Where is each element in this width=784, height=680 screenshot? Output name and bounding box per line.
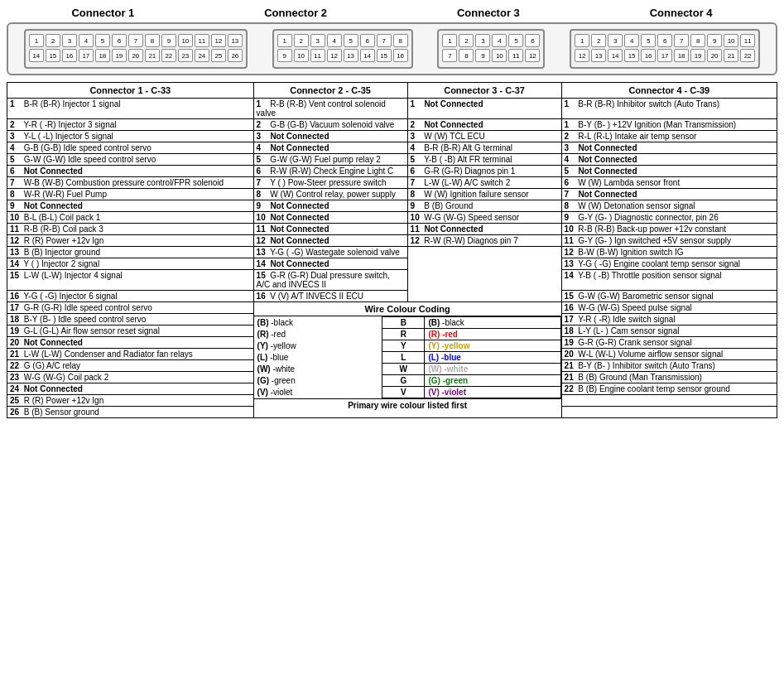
table-row: 10 B-L (B-L) Coil pack 110 Not Connected… bbox=[7, 212, 777, 224]
wc-letter: Y bbox=[382, 340, 425, 352]
c4-cell: 4 Not Connected bbox=[561, 154, 777, 166]
c3-header-label: Connector 3 bbox=[457, 7, 520, 19]
c4-cell: 19 G-R (G-R) Crank sensor signal bbox=[561, 337, 777, 349]
table-row: 9 Not Connected9 Not Connected9 B (B) Gr… bbox=[7, 200, 777, 212]
wc-letter: B bbox=[382, 317, 425, 329]
pin-cell: 10 bbox=[724, 34, 738, 47]
wc-code-right: (W) -white bbox=[425, 364, 560, 375]
table-row: 14 Y ( ) Injector 2 signal14 Not Connect… bbox=[7, 258, 777, 270]
c1-cell: 2 Y-R ( -R) Injector 3 signal bbox=[7, 119, 254, 131]
c1-cell: 1 B-R (B-R) Injector 1 signal bbox=[7, 99, 254, 119]
pin-cell: 8 bbox=[393, 34, 408, 47]
c1-cell: 15 L-W (L-W) Injector 4 signal bbox=[7, 270, 254, 291]
table-row: 5 G-W (G-W) Idle speed control servo5 G-… bbox=[7, 154, 777, 166]
pin-cell: 9 bbox=[707, 34, 722, 47]
connector-diagram: 12345678910111213 1415161718192021222324… bbox=[7, 22, 777, 75]
page: Connector 1 Connector 2 Connector 3 Conn… bbox=[0, 0, 784, 425]
wc-code-left: (W) -white bbox=[254, 364, 382, 375]
wc-code-left: (B) -black bbox=[254, 317, 382, 329]
pin-cell: 21 bbox=[145, 49, 160, 62]
c4-cell: 10 R-B (R-B) Back-up power +12v constant bbox=[561, 224, 777, 235]
c3-cell: 4 B-R (B-R) Alt G terminal bbox=[407, 142, 561, 154]
c1-cell: 3 Y-L ( -L) Injector 5 signal bbox=[7, 131, 254, 142]
wc-code-left: (Y) -yellow bbox=[254, 340, 382, 352]
c3-cell: 3 W (W) TCL ECU bbox=[407, 131, 561, 142]
c2-cell: 8 W (W) Control relay, power supply bbox=[253, 189, 407, 200]
c4-cell: 1 B-R (B-R) Inhibitor switch (Auto Trans… bbox=[561, 99, 777, 119]
c4-cell: 22 B (B) Engine coolant temp sensor grou… bbox=[561, 383, 777, 395]
wc-code-left: (R) -red bbox=[254, 329, 382, 340]
pin-cell: 17 bbox=[657, 49, 672, 62]
pin-cell: 15 bbox=[377, 49, 392, 62]
c4-cell: 14 Y-B ( -B) Throttle position sensor si… bbox=[561, 270, 777, 291]
pin-cell: 10 bbox=[294, 49, 309, 62]
c3-cell: 1 Not Connected bbox=[407, 99, 561, 119]
pin-cell: 13 bbox=[344, 49, 358, 62]
c2-cell: 12 Not Connected bbox=[253, 235, 407, 247]
pin-cell: 8 bbox=[690, 34, 705, 47]
pin-cell: 5 bbox=[344, 34, 358, 47]
pin-cell: 7 bbox=[128, 34, 143, 47]
c1-cell: 10 B-L (B-L) Coil pack 1 bbox=[7, 212, 254, 224]
pin-cell: 12 bbox=[211, 34, 226, 47]
c4-cell: 11 G-Y (G- ) Ign switched +5V sensor sup… bbox=[561, 235, 777, 247]
pin-cell: 11 bbox=[310, 49, 325, 62]
pin-cell: 15 bbox=[46, 49, 60, 62]
c2-cell: 14 Not Connected bbox=[253, 258, 407, 270]
pin-cell: 4 bbox=[79, 34, 94, 47]
connector-4-row1: 1234567891011 bbox=[575, 34, 755, 47]
c2-cell: 6 R-W (R-W) Check Engine Light C bbox=[253, 166, 407, 177]
pin-cell: 12 bbox=[525, 49, 540, 62]
connector-4-row2: 1213141516171819202122 bbox=[575, 49, 755, 62]
wc-letter: W bbox=[382, 364, 425, 375]
c4-cell bbox=[561, 407, 777, 418]
pin-cell: 21 bbox=[724, 49, 738, 62]
pin-cell: 2 bbox=[46, 34, 60, 47]
c1-cell: 25 R (R) Power +12v Ign bbox=[7, 395, 254, 407]
c1-cell: 7 W-B (W-B) Combustion pressure control/… bbox=[7, 177, 254, 189]
wc-code-right: (B) -black bbox=[425, 317, 560, 329]
c1-cell: 23 W-G (W-G) Coil pack 2 bbox=[7, 372, 254, 383]
pin-cell: 6 bbox=[525, 34, 540, 47]
c4-header-label: Connector 4 bbox=[650, 7, 713, 19]
c2-cell: 1 R-B (R-B) Vent control solenoid valve bbox=[253, 99, 407, 119]
c1-cell: 14 Y ( ) Injector 2 signal bbox=[7, 258, 254, 270]
pin-cell: 11 bbox=[195, 34, 209, 47]
pin-cell: 12 bbox=[327, 49, 342, 62]
c2-cell: 9 Not Connected bbox=[253, 200, 407, 212]
c2-cell: 4 Not Connected bbox=[253, 142, 407, 154]
pin-cell: 3 bbox=[62, 34, 77, 47]
c2-cell: 7 Y ( ) Pow-Steer pressure switch bbox=[253, 177, 407, 189]
pin-cell: 16 bbox=[393, 49, 408, 62]
pin-cell: 13 bbox=[228, 34, 243, 47]
col4-header: Connector 4 - C-39 bbox=[561, 83, 777, 99]
pin-cell: 5 bbox=[508, 34, 523, 47]
c4-cell: 16 W-G (W-G) Speed pulse signal bbox=[561, 302, 777, 314]
c1-cell: 12 R (R) Power +12v Ign bbox=[7, 235, 254, 247]
c4-cell: 17 Y-R ( -R) Idle switch signal bbox=[561, 314, 777, 326]
table-row: 8 W-R (W-R) Fuel Pump8 W (W) Control rel… bbox=[7, 189, 777, 200]
table-row: 13 B (B) Injector ground13 Y-G ( -G) Was… bbox=[7, 247, 777, 258]
c3-cell: 7 L-W (L-W) A/C switch 2 bbox=[407, 177, 561, 189]
pin-cell: 14 bbox=[360, 49, 375, 62]
c4-cell: 21 B (B) Ground (Man Transmission) bbox=[561, 372, 777, 383]
wire-color-row: (W) -white W (W) -white bbox=[254, 364, 561, 375]
table-row: 17 G-R (G-R) Idle speed control servoWir… bbox=[7, 302, 777, 314]
pin-cell: 26 bbox=[228, 49, 243, 62]
wire-coding-header: Wire Colour Coding bbox=[254, 302, 561, 316]
connector-2-row2: 910111213141516 bbox=[277, 49, 408, 62]
pin-cell: 23 bbox=[178, 49, 193, 62]
c4-cell: 1 B-Y (B- ) +12V Ignition (Man Transmiss… bbox=[561, 119, 777, 131]
wc-code-right: (L) -blue bbox=[425, 352, 560, 364]
wire-color-row: (V) -violet V (V) -violet bbox=[254, 387, 561, 398]
pin-cell: 2 bbox=[591, 34, 606, 47]
table-row: 12 R (R) Power +12v Ign12 Not Connected1… bbox=[7, 235, 777, 247]
wire-color-row: (R) -red R (R) -red bbox=[254, 329, 561, 340]
pin-cell: 14 bbox=[29, 49, 44, 62]
pin-cell: 9 bbox=[475, 49, 490, 62]
pin-cell: 5 bbox=[95, 34, 110, 47]
pin-cell: 18 bbox=[95, 49, 110, 62]
table-row: 15 L-W (L-W) Injector 4 signal15 G-R (G-… bbox=[7, 270, 777, 291]
c1-cell: 5 G-W (G-W) Idle speed control servo bbox=[7, 154, 254, 166]
c1-cell: 17 G-R (G-R) Idle speed control servo bbox=[7, 302, 254, 314]
